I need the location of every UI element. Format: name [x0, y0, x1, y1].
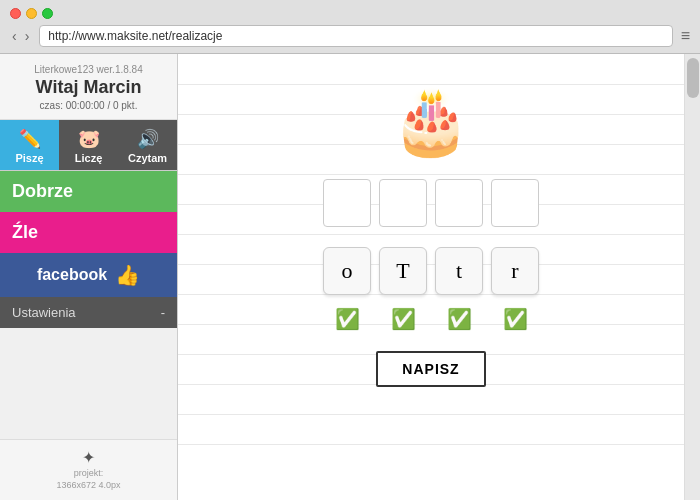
sidebar-header: Literkowe123 wer.1.8.84 Witaj Marcin cza… [0, 54, 177, 120]
letter-btn-t[interactable]: t [435, 247, 483, 295]
check-marks: ✅ ✅ ✅ ✅ [323, 307, 539, 331]
settings-button[interactable]: Ustawienia - [0, 297, 177, 328]
answer-box-3 [435, 179, 483, 227]
sidebar: Literkowe123 wer.1.8.84 Witaj Marcin cza… [0, 54, 178, 500]
back-button[interactable]: ‹ [10, 28, 19, 44]
footer-line1: projekt: [8, 467, 169, 480]
answer-box-4 [491, 179, 539, 227]
address-bar[interactable] [39, 25, 672, 47]
timer-text: czas: 00:00:00 / 0 pkt. [12, 100, 165, 111]
app-version: Literkowe123 wer.1.8.84 [12, 64, 165, 75]
pencil-icon: ✏️ [19, 128, 41, 150]
answer-box-1 [323, 179, 371, 227]
scrollbar[interactable] [684, 54, 700, 500]
źle-button[interactable]: Źle [0, 212, 177, 253]
close-button[interactable] [10, 8, 21, 19]
minimize-button[interactable] [26, 8, 37, 19]
traffic-lights [10, 8, 53, 19]
piggy-icon: 🐷 [78, 128, 100, 150]
piszę-button[interactable]: ✏️ Piszę [0, 120, 59, 170]
napisz-button[interactable]: NAPISZ [376, 351, 485, 387]
czytam-button[interactable]: 🔊 Czytam [118, 120, 177, 170]
sidebar-buttons: ✏️ Piszę 🐷 Liczę 🔊 Czytam [0, 120, 177, 171]
answer-box-2 [379, 179, 427, 227]
sidebar-footer: ✦ projekt: 1366x672 4.0px [0, 439, 177, 500]
facebook-button[interactable]: facebook 👍 [0, 253, 177, 297]
address-bar-row: ‹ › ≡ [10, 25, 690, 47]
cake-image: 🎂 [391, 84, 471, 159]
menu-icon[interactable]: ≡ [681, 27, 690, 45]
letter-btn-T[interactable]: T [379, 247, 427, 295]
nav-buttons: ‹ › [10, 28, 31, 44]
speaker-icon: 🔊 [137, 128, 159, 150]
letter-buttons: o T t r [323, 247, 539, 295]
welcome-text: Witaj Marcin [12, 77, 165, 98]
content-area: 🎂 o T t r ✅ ✅ ✅ ✅ NAPISZ [178, 54, 684, 500]
check-1: ✅ [323, 307, 371, 331]
maximize-button[interactable] [42, 8, 53, 19]
forward-button[interactable]: › [23, 28, 32, 44]
footer-line2: 1366x672 4.0px [8, 479, 169, 492]
dobrze-button[interactable]: Dobrze [0, 171, 177, 212]
check-3: ✅ [435, 307, 483, 331]
check-4: ✅ [491, 307, 539, 331]
answer-boxes [323, 179, 539, 227]
main-area: Literkowe123 wer.1.8.84 Witaj Marcin cza… [0, 54, 700, 500]
letter-btn-r[interactable]: r [491, 247, 539, 295]
title-bar [10, 8, 690, 19]
check-2: ✅ [379, 307, 427, 331]
window-chrome: ‹ › ≡ [0, 0, 700, 54]
scrollbar-thumb[interactable] [687, 58, 699, 98]
logo-icon: ✦ [8, 448, 169, 467]
thumbs-up-icon: 👍 [115, 263, 140, 287]
liczę-button[interactable]: 🐷 Liczę [59, 120, 118, 170]
letter-btn-o[interactable]: o [323, 247, 371, 295]
